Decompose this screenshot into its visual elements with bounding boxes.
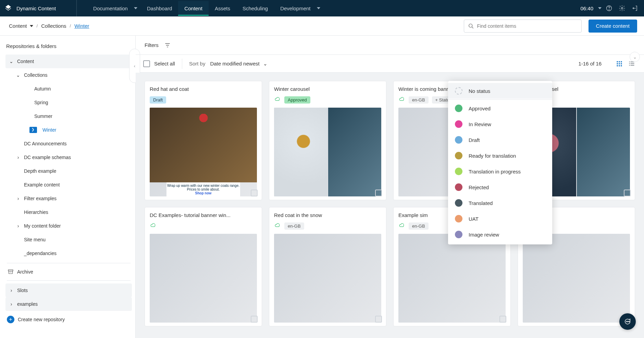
divider xyxy=(448,99,552,100)
cloud-icon xyxy=(274,223,281,229)
select-all-label: Select all xyxy=(154,61,175,67)
nav-assets[interactable]: Assets xyxy=(209,1,236,16)
select-all-checkbox[interactable] xyxy=(143,60,150,67)
svg-rect-8 xyxy=(617,63,618,64)
tree-collections[interactable]: ⌄Collections xyxy=(5,68,132,82)
tree-item-label: My content folder xyxy=(24,223,61,229)
locale-badge: en-GB xyxy=(409,222,429,230)
chevron-down-icon: ⌄ xyxy=(9,59,14,64)
status-option-label: No status xyxy=(469,88,490,94)
nav-dashboard[interactable]: Dashboard xyxy=(141,1,178,16)
tree-hierarchies[interactable]: Hierarchies xyxy=(5,205,132,219)
status-badge: Draft xyxy=(150,96,166,104)
status-option-approved[interactable]: Approved xyxy=(448,100,552,116)
tree-summer[interactable]: Summer xyxy=(5,109,132,123)
tree-dc-ann[interactable]: DC Announcements xyxy=(5,137,132,150)
chat-fab-icon[interactable] xyxy=(619,313,636,330)
tree-content[interactable]: ⌄Content xyxy=(5,55,132,68)
clock-time: 06:40 xyxy=(580,5,593,11)
status-option-draft[interactable]: Draft xyxy=(448,132,552,148)
brand-name: Dynamic Content xyxy=(16,5,56,11)
status-dropdown-menu: No status Approved In Review Draft Ready… xyxy=(448,81,552,244)
tree-filter-ex[interactable]: ›Filter examples xyxy=(5,192,132,205)
status-option-label: Draft xyxy=(469,137,480,143)
tree-item-label: Filter examples xyxy=(24,196,57,201)
filter-icon[interactable] xyxy=(164,42,171,49)
status-option-image-review[interactable]: Image review xyxy=(448,227,552,242)
status-option-rejected[interactable]: Rejected xyxy=(448,179,552,195)
tree-example-content[interactable]: Example content xyxy=(5,178,132,192)
tree-collections-label: Collections xyxy=(24,72,47,78)
tree-winter[interactable]: Winter xyxy=(5,123,132,137)
archive-row[interactable]: Archive xyxy=(5,266,132,278)
chevron-down-icon[interactable] xyxy=(598,7,602,9)
cloud-icon xyxy=(398,97,405,103)
card-checkbox[interactable] xyxy=(375,190,382,196)
svg-rect-4 xyxy=(8,270,13,271)
card-checkbox[interactable] xyxy=(499,316,506,323)
tree-deps[interactable]: _dependancies xyxy=(5,246,132,260)
content-card[interactable]: Red hat and coat Draft Wrap up warm with… xyxy=(145,81,262,200)
cloud-icon xyxy=(274,97,281,103)
help-icon[interactable] xyxy=(604,3,615,14)
card-checkbox[interactable] xyxy=(251,316,258,323)
thumb-caption: Wrap up warm with our new winter coats r… xyxy=(166,182,240,196)
nav-scheduling[interactable]: Scheduling xyxy=(236,1,274,16)
tree-site-menu[interactable]: Site menu xyxy=(5,233,132,246)
status-option-ready-trans[interactable]: Ready for translation xyxy=(448,148,552,164)
search-input[interactable] xyxy=(477,23,578,29)
plus-icon: + xyxy=(7,316,14,323)
breadcrumb-root[interactable]: Content xyxy=(9,23,33,29)
card-checkbox[interactable] xyxy=(251,190,258,196)
tree-autumn[interactable]: Autumn xyxy=(5,82,132,96)
card-thumbnail: Wrap up warm with our new winter coats r… xyxy=(150,108,257,196)
tree-slots[interactable]: ›Slots xyxy=(5,283,132,297)
status-option-in-review[interactable]: In Review xyxy=(448,116,552,132)
svg-rect-7 xyxy=(621,61,622,62)
status-dot-icon xyxy=(455,231,462,238)
status-dot-icon xyxy=(455,183,462,191)
tree-depth[interactable]: Depth example xyxy=(5,164,132,178)
content-card[interactable]: Winter carousel Approved xyxy=(269,81,386,200)
nav-documentation[interactable]: Documentation xyxy=(87,1,141,16)
search-input-container[interactable] xyxy=(464,20,582,33)
status-option-label: Ready for translation xyxy=(469,153,516,159)
tree-item-label: Slots xyxy=(17,288,28,293)
nav-development[interactable]: Development xyxy=(274,1,323,16)
grid-view-icon[interactable] xyxy=(615,59,624,69)
tree-dc-schemas[interactable]: ›DC example schemas xyxy=(5,150,132,164)
breadcrumb-collections[interactable]: Collections xyxy=(41,23,66,29)
tree-item-label: DC Announcements xyxy=(24,141,67,146)
divider xyxy=(182,59,182,69)
nav-content[interactable]: Content xyxy=(178,1,209,16)
gear-icon[interactable] xyxy=(617,3,628,14)
breadcrumb-current[interactable]: Winter xyxy=(74,23,89,29)
cloud-icon xyxy=(398,223,405,229)
logout-icon[interactable] xyxy=(630,3,641,14)
expand-icon[interactable]: ⌄ xyxy=(630,52,640,62)
create-content-button[interactable]: Create content xyxy=(589,20,637,33)
status-option-label: Translated xyxy=(469,200,493,206)
content-card[interactable]: DC Examples- tutorial banner win... xyxy=(145,207,262,326)
svg-rect-14 xyxy=(629,61,630,62)
status-option-trans-prog[interactable]: Translation in progress xyxy=(448,164,552,179)
tree-spring[interactable]: Spring xyxy=(5,96,132,109)
status-option-translated[interactable]: Translated xyxy=(448,195,552,211)
status-dot-icon xyxy=(455,168,462,175)
card-checkbox[interactable] xyxy=(375,316,382,323)
status-option-uat[interactable]: UAT xyxy=(448,211,552,227)
chevron-down-icon xyxy=(134,7,137,9)
result-count: 1-16 of 16 xyxy=(578,61,602,67)
card-title: DC Examples- tutorial banner win... xyxy=(150,212,257,218)
toolbar: Select all Sort by Date modified newest⌄… xyxy=(136,55,644,73)
sort-dropdown[interactable]: Date modified newest⌄ xyxy=(210,61,267,67)
status-option-none[interactable]: No status xyxy=(448,83,552,99)
create-repository-button[interactable]: +Create new repository xyxy=(5,313,132,326)
archive-icon xyxy=(8,269,14,275)
content-card[interactable]: Red coat in the snow en-GB xyxy=(269,207,386,326)
tree-examples[interactable]: ›examples xyxy=(5,297,132,311)
card-checkbox[interactable] xyxy=(624,190,631,196)
sidebar-header: Repositories & folders xyxy=(5,41,132,55)
tree-my-folder[interactable]: ›My content folder xyxy=(5,219,132,233)
folder-icon xyxy=(29,127,37,133)
